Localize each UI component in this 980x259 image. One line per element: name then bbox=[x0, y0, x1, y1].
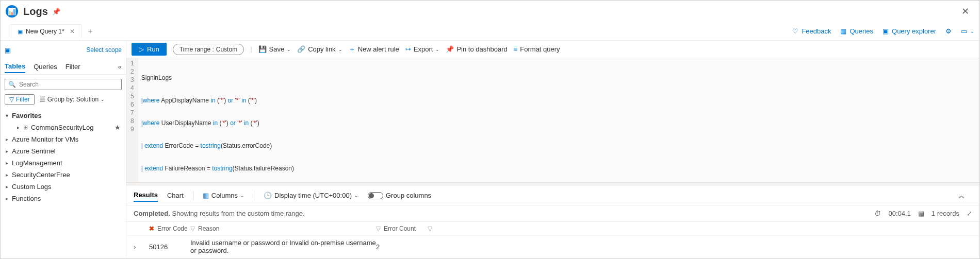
tree-item[interactable]: ▸SecurityCenterFree bbox=[1, 169, 126, 181]
queries-icon: ▦ bbox=[840, 27, 846, 35]
logs-logo-icon: 📊 bbox=[6, 5, 18, 18]
line-gutter: 123456789 bbox=[126, 58, 138, 182]
tab-close-icon[interactable]: ✕ bbox=[70, 28, 75, 35]
search-icon: 🔍 bbox=[8, 81, 16, 88]
scope-icon: ▣ bbox=[5, 46, 11, 54]
status-completed: Completed. bbox=[134, 210, 170, 217]
settings-icon[interactable]: ⚙ bbox=[945, 27, 952, 35]
new-alert-button[interactable]: ＋New alert rule bbox=[349, 45, 399, 54]
link-icon: 🔗 bbox=[297, 45, 305, 53]
col-reason[interactable]: Reason bbox=[198, 225, 219, 232]
query-tab-icon: ▣ bbox=[18, 28, 23, 35]
page-header: 📊 Logs 📌 ✕ bbox=[1, 1, 979, 22]
expand-icon[interactable]: ⤢ bbox=[967, 210, 972, 217]
chart-tab[interactable]: Chart bbox=[167, 189, 184, 201]
pin-icon[interactable]: 📌 bbox=[52, 8, 60, 15]
tree-item[interactable]: ▸Custom Logs bbox=[1, 181, 126, 193]
cell-error-count: 2 bbox=[376, 243, 428, 251]
list-icon: ☰ bbox=[40, 96, 45, 103]
cell-reason: Invalid username or password or Invalid … bbox=[190, 239, 376, 254]
results-tab[interactable]: Results bbox=[134, 189, 158, 202]
query-tab[interactable]: ▣ New Query 1* ✕ bbox=[11, 24, 81, 38]
queries-button[interactable]: ▦Queries bbox=[840, 27, 873, 35]
format-query-button[interactable]: ≡Format query bbox=[514, 45, 560, 53]
filter-funnel-icon[interactable]: ▽ bbox=[190, 225, 195, 232]
save-button[interactable]: 💾Save ⌄ bbox=[258, 45, 291, 53]
query-explorer-button[interactable]: ▣Query explorer bbox=[883, 27, 936, 35]
favorites-group[interactable]: ▾Favorites bbox=[1, 110, 126, 122]
pin-icon: 📌 bbox=[446, 45, 454, 53]
result-row[interactable]: › 50126 Invalid username or password or … bbox=[126, 235, 979, 257]
funnel-icon: ▽ bbox=[9, 96, 14, 103]
select-scope-button[interactable]: Select scope bbox=[86, 46, 122, 54]
tree-item[interactable]: ▸Azure Sentinel bbox=[1, 145, 126, 157]
query-toolbar: ▷Run Time range : Custom | 💾Save ⌄ 🔗Copy… bbox=[126, 41, 979, 58]
filter-funnel-icon[interactable]: ▽ bbox=[428, 225, 432, 232]
search-input[interactable] bbox=[19, 81, 118, 88]
filter-button[interactable]: ▽Filter bbox=[5, 94, 35, 105]
query-editor[interactable]: 123456789 SigninLogs |where AppDisplayNa… bbox=[126, 58, 979, 182]
sidebar: ▣ Select scope Tables Queries Filter « 🔍… bbox=[1, 41, 126, 257]
copy-link-button[interactable]: 🔗Copy link ⌄ bbox=[297, 45, 342, 53]
page-title: Logs bbox=[23, 6, 48, 18]
display-time-dropdown[interactable]: 🕒Display time (UTC+00:00) ⌄ bbox=[264, 192, 358, 199]
feedback-button[interactable]: ♡Feedback bbox=[792, 27, 831, 35]
query-time: 00:04.1 bbox=[888, 210, 910, 217]
export-icon: ↦ bbox=[405, 45, 411, 53]
record-count: 1 records bbox=[932, 210, 959, 217]
collapse-results-icon[interactable]: ︽ bbox=[958, 191, 972, 200]
pin-dashboard-button[interactable]: 📌Pin to dashboard bbox=[446, 45, 507, 53]
columns-dropdown[interactable]: ▥Columns ⌄ bbox=[203, 192, 244, 199]
save-icon: 💾 bbox=[258, 45, 267, 53]
col-error-code[interactable]: Error Code bbox=[157, 225, 188, 232]
chevron-down-icon: ⌄ bbox=[101, 97, 105, 102]
search-input-wrapper[interactable]: 🔍 bbox=[5, 79, 122, 90]
tab-tables[interactable]: Tables bbox=[5, 60, 25, 73]
cell-error-code: 50126 bbox=[149, 243, 190, 251]
query-tabs-row: ▣ New Query 1* ✕ ＋ ♡Feedback ▦Queries ▣Q… bbox=[1, 22, 979, 41]
group-columns-toggle[interactable]: Group columns bbox=[368, 192, 431, 199]
tree-item[interactable]: ▸Azure Monitor for VMs bbox=[1, 133, 126, 145]
columns-icon: ▥ bbox=[203, 192, 209, 199]
close-icon[interactable]: ✕ bbox=[956, 4, 974, 19]
clock-icon: 🕒 bbox=[264, 192, 272, 199]
group-by-dropdown[interactable]: ☰Group by: Solution ⌄ bbox=[40, 96, 105, 103]
help-icon[interactable]: ▭ ⌄ bbox=[961, 27, 974, 35]
filter-funnel-icon[interactable]: ▽ bbox=[376, 225, 381, 232]
status-row: Completed. Showing results from the cust… bbox=[126, 205, 979, 222]
format-icon: ≡ bbox=[514, 45, 518, 53]
collapse-sidebar-icon[interactable]: « bbox=[118, 63, 122, 71]
col-error-count[interactable]: Error Count bbox=[384, 225, 416, 232]
tree-item[interactable]: ▸LogManagement bbox=[1, 157, 126, 169]
add-tab-button[interactable]: ＋ bbox=[87, 27, 94, 36]
play-icon: ▷ bbox=[139, 45, 144, 53]
run-button[interactable]: ▷Run bbox=[132, 43, 167, 56]
heart-icon: ♡ bbox=[792, 27, 798, 35]
stopwatch-icon: ⏱ bbox=[874, 210, 881, 217]
code-area[interactable]: SigninLogs |where AppDisplayName in ('*'… bbox=[138, 58, 706, 182]
caret-down-icon: ▾ bbox=[6, 113, 12, 118]
explorer-icon: ▣ bbox=[883, 27, 889, 35]
export-button[interactable]: ↦Export ⌄ bbox=[405, 45, 440, 53]
query-tab-label: New Query 1* bbox=[26, 28, 64, 35]
star-icon[interactable]: ★ bbox=[115, 124, 121, 131]
records-icon: ▤ bbox=[918, 210, 924, 217]
error-x-icon: ✖ bbox=[149, 225, 154, 232]
plus-icon: ＋ bbox=[349, 45, 355, 54]
results-header: ✖Error Code ▽ Reason ▽ Error Count ▽ bbox=[126, 222, 979, 235]
editor-scrollbar[interactable] bbox=[126, 182, 979, 186]
tab-filter[interactable]: Filter bbox=[66, 61, 80, 73]
table-icon: ⊞ bbox=[23, 124, 28, 131]
tab-queries[interactable]: Queries bbox=[34, 61, 57, 73]
time-range-dropdown[interactable]: Time range : Custom bbox=[173, 44, 244, 55]
status-message: Showing results from the custom time ran… bbox=[172, 210, 304, 217]
favorite-item[interactable]: ▸⊞CommonSecurityLog★ bbox=[1, 122, 126, 133]
expand-row-icon[interactable]: › bbox=[134, 243, 149, 251]
results-toolbar: Results Chart ▥Columns ⌄ 🕒Display time (… bbox=[126, 186, 979, 205]
tree-item[interactable]: ▸Functions bbox=[1, 193, 126, 204]
